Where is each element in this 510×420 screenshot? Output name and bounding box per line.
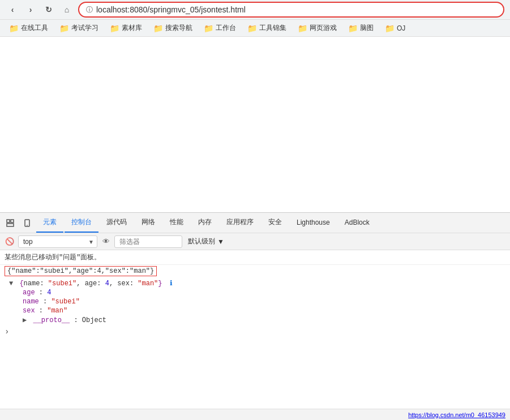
console-info-bar: 某些消息已移动到"问题"面板。	[0, 250, 510, 265]
folder-icon-1: 📁	[59, 24, 69, 33]
object-root-line[interactable]: ▼ {name: "subei", age: 4, sex: "man"} ℹ	[5, 278, 505, 288]
property-age-line: age : 4	[5, 288, 505, 297]
tab-performance-label: 性能	[170, 217, 183, 227]
property-name-key: name	[23, 298, 39, 306]
browser-titlebar: ‹ › ↻ ⌂ ⓘ localhost:8080/springmvc_05/js…	[0, 0, 510, 20]
property-sex-value: "man"	[47, 307, 67, 315]
devtools-mobile-icon[interactable]	[19, 215, 35, 231]
address-text: localhost:8080/springmvc_05/jsontest.htm…	[96, 5, 496, 14]
bookmark-label-7: 脑图	[360, 23, 374, 33]
tab-application-label: 应用程序	[226, 217, 254, 227]
proto-key: __proto__	[33, 316, 70, 324]
console-info-message: 某些消息已移动到"问题"面板。	[5, 254, 101, 262]
bookmark-6[interactable]: 📁 网页游戏	[293, 22, 341, 34]
devtools-toolbar: 🚫 top ▼ 👁 默认级别 ▼	[0, 233, 510, 250]
bookmark-2[interactable]: 📁 素材库	[105, 22, 147, 34]
info-icon: ⓘ	[86, 5, 93, 15]
property-name-value: "subei"	[51, 298, 79, 306]
expand-triangle-icon: ▼	[9, 280, 13, 288]
devtools-bottom-bar: https://blog.csdn.net/m0_46153949	[0, 409, 510, 420]
devtools-console: 某些消息已移动到"问题"面板。 {"name":"subei","age":4,…	[0, 250, 510, 409]
proto-line[interactable]: ▶ __proto__ : Object	[5, 315, 505, 325]
svg-rect-2	[11, 220, 14, 222]
tab-elements[interactable]: 元素	[36, 213, 63, 233]
object-preview-text: {name: "subei", age: 4, sex: "man"}	[19, 280, 166, 288]
bookmark-label-2: 素材库	[122, 23, 142, 33]
back-button[interactable]: ‹	[6, 3, 19, 16]
tab-memory[interactable]: 内存	[191, 213, 218, 233]
proto-expand-icon: ▶	[23, 316, 27, 324]
tab-network[interactable]: 网络	[135, 213, 162, 233]
csdn-link[interactable]: https://blog.csdn.net/m0_46153949	[408, 412, 505, 418]
bookmark-label-3: 搜索导航	[165, 23, 192, 33]
svg-rect-0	[7, 220, 10, 222]
tab-sources-label: 源代码	[106, 217, 127, 227]
devtools-panel: 元素 控制台 源代码 网络 性能 内存 应用程序 安全 Lighthouse A…	[0, 212, 510, 420]
tab-lighthouse-label: Lighthouse	[297, 218, 330, 226]
address-bar[interactable]: ⓘ localhost:8080/springmvc_05/jsontest.h…	[78, 2, 504, 18]
property-age-key: age	[23, 289, 35, 297]
bookmark-3[interactable]: 📁 搜索导航	[149, 22, 197, 34]
property-sex-line: sex : "man"	[5, 306, 505, 315]
bookmark-label-1: 考试学习	[71, 23, 98, 33]
bookmark-4[interactable]: 📁 工作台	[199, 22, 241, 34]
bookmark-7[interactable]: 📁 脑图	[344, 22, 378, 34]
context-select-wrapper: top ▼	[18, 235, 97, 248]
level-label-text: 默认级别	[188, 237, 215, 246]
tab-adblock[interactable]: AdBlock	[338, 213, 376, 233]
devtools-inspect-icon[interactable]	[2, 215, 18, 231]
filter-input[interactable]	[114, 235, 182, 248]
tab-performance[interactable]: 性能	[163, 213, 190, 233]
svg-rect-1	[7, 224, 14, 226]
folder-icon-6: 📁	[298, 24, 307, 33]
devtools-tabs-bar: 元素 控制台 源代码 网络 性能 内存 应用程序 安全 Lighthouse A…	[0, 213, 510, 233]
bookmark-8[interactable]: 📁 OJ	[380, 23, 410, 34]
tab-network-label: 网络	[142, 217, 155, 227]
bookmark-label-0: 在线工具	[21, 23, 48, 33]
tab-security[interactable]: 安全	[262, 213, 289, 233]
bookmark-0[interactable]: 📁 在线工具	[5, 22, 53, 34]
folder-icon-7: 📁	[348, 24, 358, 33]
bookmarks-bar: 📁 在线工具 📁 考试学习 📁 素材库 📁 搜索导航 📁 工作台 📁 工具锦集 …	[0, 20, 510, 37]
bookmark-label-5: 工具锦集	[259, 23, 286, 33]
svg-point-4	[27, 225, 28, 226]
tab-elements-label: 元素	[43, 217, 57, 227]
proto-value: Object	[82, 316, 106, 324]
console-object-tree: ▼ {name: "subei", age: 4, sex: "man"} ℹ …	[0, 277, 510, 326]
tab-security-label: 安全	[268, 217, 282, 227]
prompt-arrow-icon: ›	[5, 327, 9, 336]
reload-button[interactable]: ↻	[42, 3, 55, 16]
clear-console-button[interactable]: 🚫	[3, 235, 16, 248]
tab-console-label: 控制台	[71, 217, 92, 227]
level-label[interactable]: 默认级别 ▼	[188, 237, 224, 246]
console-json-raw-line: {"name":"subei","age":4,"sex":"man"}	[0, 265, 510, 277]
tab-lighthouse[interactable]: Lighthouse	[290, 213, 337, 233]
folder-icon-0: 📁	[9, 24, 19, 33]
property-name-line: name : "subei"	[5, 297, 505, 306]
context-select[interactable]: top	[18, 235, 97, 248]
tab-sources[interactable]: 源代码	[100, 213, 134, 233]
console-prompt-line: ›	[0, 326, 510, 337]
tab-adblock-label: AdBlock	[345, 218, 370, 226]
level-arrow-icon: ▼	[217, 238, 224, 246]
level-select-wrapper: 默认级别 ▼	[188, 237, 224, 246]
forward-button[interactable]: ›	[24, 3, 37, 16]
tab-console[interactable]: 控制台	[65, 213, 98, 233]
folder-icon-8: 📁	[385, 24, 395, 33]
json-raw-text: {"name":"subei","age":4,"sex":"man"}	[5, 266, 157, 276]
object-info-link[interactable]: ℹ	[170, 280, 173, 288]
property-age-value: 4	[47, 289, 51, 297]
page-content	[0, 37, 510, 212]
folder-icon-4: 📁	[204, 24, 213, 33]
eye-icon[interactable]: 👁	[100, 235, 112, 248]
folder-icon-2: 📁	[110, 24, 119, 33]
bookmark-label-6: 网页游戏	[310, 23, 337, 33]
tab-memory-label: 内存	[198, 217, 212, 227]
bookmark-1[interactable]: 📁 考试学习	[55, 22, 103, 34]
folder-icon-5: 📁	[247, 24, 257, 33]
tab-application[interactable]: 应用程序	[220, 213, 260, 233]
bookmark-5[interactable]: 📁 工具锦集	[243, 22, 291, 34]
home-button[interactable]: ⌂	[60, 3, 74, 16]
folder-icon-3: 📁	[153, 24, 163, 33]
property-sex-key: sex	[23, 307, 35, 315]
